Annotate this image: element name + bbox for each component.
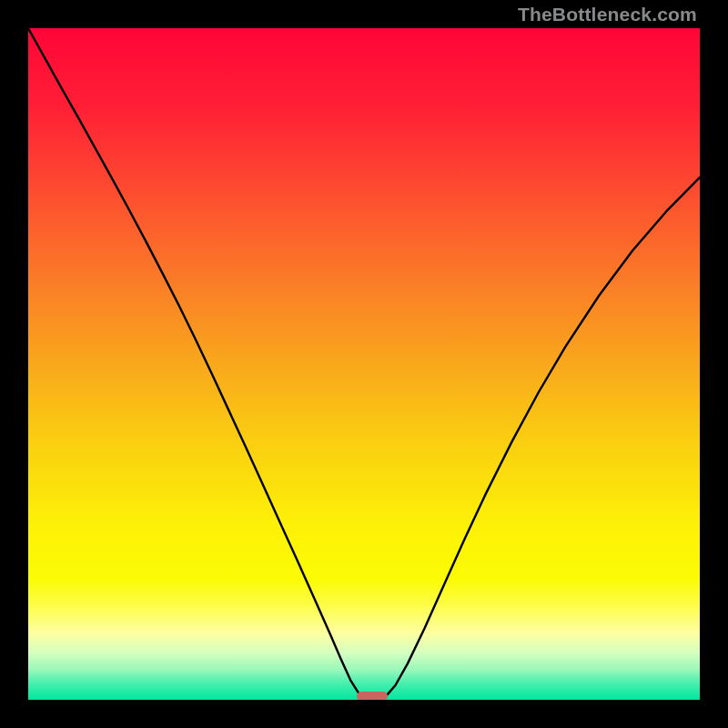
plot-area (28, 28, 700, 700)
chart-frame: TheBottleneck.com (0, 0, 728, 728)
optimal-marker-icon (357, 692, 388, 700)
bottleneck-curve (28, 28, 700, 700)
watermark-label: TheBottleneck.com (518, 4, 697, 25)
